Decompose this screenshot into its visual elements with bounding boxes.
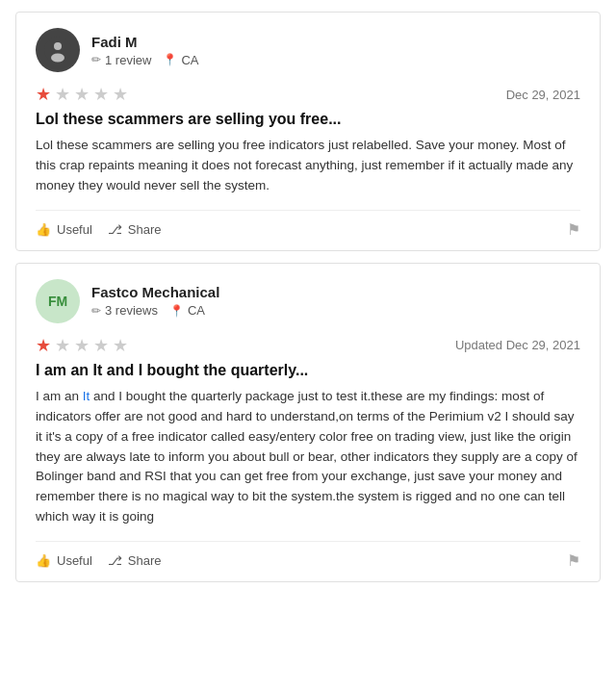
star-empty: ★: [93, 337, 111, 354]
star-empty: ★: [74, 86, 91, 103]
star-empty: ★: [55, 86, 72, 103]
thumbs-up-icon: 👍: [36, 222, 51, 237]
star-rating: ★★★★★: [36, 86, 130, 103]
review-title: I am an It and I bought the quarterly...: [36, 362, 580, 379]
review-count-item: ✏ 1 review: [91, 53, 151, 67]
review-title: Lol these scammers are selling you free.…: [36, 111, 580, 128]
body-text: I am an: [36, 389, 83, 403]
share-icon: ⎇: [108, 222, 122, 237]
reviewer-header: FM Fastco Mechanical ✏ 3 reviews 📍 CA: [36, 279, 580, 323]
review-stars-date: ★★★★★ Dec 29, 2021: [36, 86, 580, 103]
star-empty: ★: [93, 86, 111, 103]
avatar: FM: [36, 279, 80, 323]
share-button[interactable]: ⎇ Share: [108, 222, 162, 237]
flag-icon: ⚑: [567, 221, 580, 238]
review-body: Lol these scammers are selling you free …: [36, 136, 580, 196]
share-label: Share: [128, 222, 162, 237]
action-buttons: 👍 Useful ⎇ Share: [36, 222, 162, 237]
reviewer-name: Fastco Mechanical: [91, 284, 219, 300]
review-count: 3 reviews: [105, 303, 158, 318]
useful-button[interactable]: 👍 Useful: [36, 222, 92, 237]
review-card: Fadi M ✏ 1 review 📍 CA ★★★★★ Dec 29, 202…: [15, 12, 601, 251]
star-empty: ★: [55, 337, 72, 354]
body-text: Lol these scammers are selling you free …: [36, 138, 573, 192]
flag-button[interactable]: ⚑: [567, 220, 580, 239]
useful-label: Useful: [57, 222, 92, 237]
reviewer-meta: ✏ 3 reviews 📍 CA: [91, 303, 219, 318]
action-buttons: 👍 Useful ⎇ Share: [36, 553, 162, 568]
body-text: and I bought the quarterly package just …: [36, 389, 578, 525]
svg-point-1: [54, 42, 62, 50]
reviewer-name: Fadi M: [91, 34, 198, 50]
reviewer-header: Fadi M ✏ 1 review 📍 CA: [36, 28, 580, 72]
flag-button[interactable]: ⚑: [567, 551, 580, 570]
avatar-initials: FM: [48, 294, 67, 309]
share-button[interactable]: ⎇ Share: [108, 553, 162, 568]
location-icon: 📍: [163, 53, 177, 66]
review-date: Updated Dec 29, 2021: [455, 338, 580, 352]
review-actions: 👍 Useful ⎇ Share ⚑: [36, 210, 580, 239]
review-count: 1 review: [105, 53, 151, 67]
review-body: I am an It and I bought the quarterly pa…: [36, 387, 580, 527]
avatar: [36, 28, 80, 72]
location-item: 📍 CA: [163, 53, 198, 67]
star-filled: ★: [36, 86, 53, 103]
reviewer-location: CA: [188, 303, 205, 318]
reviewer-meta: ✏ 1 review 📍 CA: [91, 53, 198, 67]
useful-button[interactable]: 👍 Useful: [36, 553, 92, 568]
star-empty: ★: [113, 86, 130, 103]
review-count-item: ✏ 3 reviews: [91, 303, 158, 318]
useful-label: Useful: [57, 553, 92, 568]
star-empty: ★: [74, 337, 91, 354]
pencil-icon: ✏: [91, 304, 101, 318]
star-filled: ★: [36, 337, 53, 354]
reviewer-info: Fastco Mechanical ✏ 3 reviews 📍 CA: [91, 284, 219, 318]
review-stars-date: ★★★★★ Updated Dec 29, 2021: [36, 337, 580, 354]
reviewer-location: CA: [181, 53, 198, 67]
share-icon: ⎇: [108, 553, 122, 568]
share-label: Share: [128, 553, 162, 568]
star-rating: ★★★★★: [36, 337, 130, 354]
thumbs-up-icon: 👍: [36, 553, 51, 568]
star-empty: ★: [113, 337, 130, 354]
pencil-icon: ✏: [91, 53, 101, 66]
location-icon: 📍: [169, 304, 184, 318]
location-item: 📍 CA: [169, 303, 205, 318]
review-card: FM Fastco Mechanical ✏ 3 reviews 📍 CA ★★…: [15, 263, 601, 582]
review-actions: 👍 Useful ⎇ Share ⚑: [36, 541, 580, 570]
flag-icon: ⚑: [567, 552, 580, 569]
reviewer-info: Fadi M ✏ 1 review 📍 CA: [91, 34, 198, 67]
review-date: Dec 29, 2021: [506, 88, 580, 102]
avatar-icon: [36, 28, 80, 72]
svg-point-2: [51, 54, 64, 63]
